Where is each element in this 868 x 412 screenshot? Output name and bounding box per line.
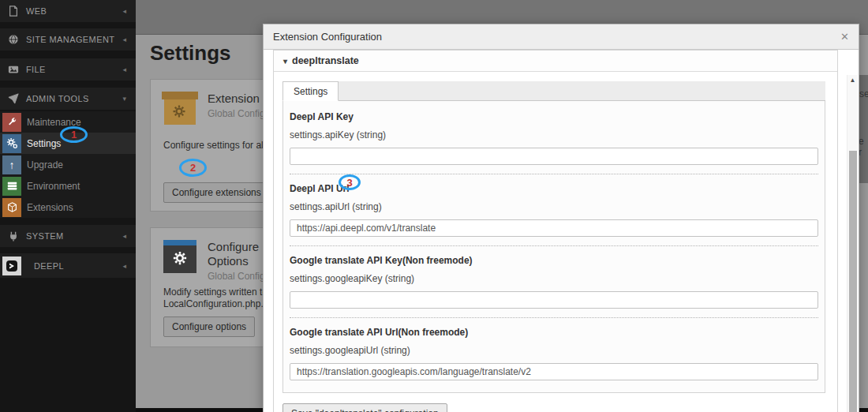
- sidebar-item-label: SITE MANAGEMENT: [26, 35, 114, 44]
- sidebar-item-label: FILE: [26, 65, 46, 74]
- divider: [290, 317, 818, 318]
- field-label: Google translate API Url(Non freemode): [290, 327, 818, 338]
- tab-settings[interactable]: Settings: [282, 81, 339, 101]
- chevron-left-icon[interactable]: ◂: [122, 66, 126, 73]
- server-icon: [2, 177, 21, 196]
- caret-down-icon: ▾: [283, 57, 287, 66]
- extension-configuration-modal: Extension Configuration ✕ ▾deepltranslat…: [263, 24, 859, 412]
- plug-icon: [8, 230, 19, 242]
- sidebar-item-label: ADMIN TOOLS: [26, 94, 89, 103]
- chevron-down-icon[interactable]: ▾: [122, 95, 126, 103]
- field-key: settings.googleapiKey (string): [290, 273, 818, 284]
- close-icon[interactable]: ✕: [840, 31, 849, 43]
- accordion-header[interactable]: ▾deepltranslate: [274, 51, 837, 72]
- sidebar-item-label: SYSTEM: [26, 231, 64, 241]
- annotation-number: 2: [190, 162, 196, 174]
- annotation-circle-2: 2: [179, 159, 207, 177]
- field-key: settings.apiKey (string): [290, 129, 818, 140]
- sidebar-item-label: Extensions: [27, 202, 73, 213]
- save-configuration-button[interactable]: Save "deepltranslate" configuration: [282, 403, 447, 412]
- sidebar-item-file[interactable]: FILE ◂: [0, 58, 136, 81]
- cube-icon: [2, 198, 21, 217]
- annotation-number: 3: [346, 177, 352, 189]
- annotation-circle-1: 1: [60, 126, 88, 143]
- sidebar-item-label: Upgrade: [27, 159, 63, 170]
- deepltranslate-accordion: ▾deepltranslate Settings Deepl API Key s…: [273, 50, 838, 412]
- sidebar-item-system[interactable]: SYSTEM ◂: [0, 225, 136, 247]
- modal-header: Extension Configuration ✕: [264, 24, 859, 50]
- sidebar-item-admin-tools[interactable]: ADMIN TOOLS ▾: [0, 88, 136, 110]
- scroll-up-icon[interactable]: ▲: [847, 75, 858, 84]
- divider: [290, 245, 818, 246]
- sidebar-item-web[interactable]: WEB ◂: [0, 0, 136, 22]
- wrench-icon: [2, 113, 21, 132]
- gear-icon: [163, 240, 196, 273]
- sidebar-item-extensions[interactable]: Extensions: [0, 197, 136, 218]
- package-icon: [163, 95, 196, 125]
- field-label: Deepl API Key: [290, 111, 818, 122]
- background-text-fragment: e r: [859, 136, 868, 158]
- field-label: Google translate API Key(Non freemode): [290, 255, 818, 266]
- deepl-api-key-input[interactable]: [290, 148, 818, 165]
- deepl-logo-icon: [2, 257, 21, 275]
- google-api-url-input[interactable]: [290, 363, 818, 380]
- image-icon: [8, 64, 19, 75]
- sidebar-item-label: Environment: [27, 181, 80, 192]
- google-api-key-input[interactable]: [290, 291, 818, 309]
- globe-icon: [8, 34, 19, 45]
- chevron-left-icon[interactable]: ◂: [122, 232, 126, 240]
- background-text-fragment: se: [859, 88, 868, 99]
- field-key: settings.apiUrl (string): [290, 201, 818, 212]
- configure-options-button[interactable]: Configure options: [163, 316, 255, 337]
- annotation-circle-3: 3: [339, 174, 361, 190]
- modal-scrollbar[interactable]: ▲: [847, 75, 858, 412]
- module-sidebar: WEB ◂ SITE MANAGEMENT ◂ FILE ◂ ADMIN TOO…: [0, 0, 136, 412]
- annotation-number: 1: [71, 129, 77, 140]
- configure-extensions-button[interactable]: Configure extensions: [163, 182, 270, 203]
- tab-bar: Settings: [282, 81, 825, 101]
- sidebar-item-environment[interactable]: Environment: [0, 175, 136, 197]
- chevron-left-icon[interactable]: ◂: [122, 262, 126, 270]
- page-title: Settings: [150, 41, 231, 66]
- gears-icon: [2, 134, 21, 153]
- modal-title: Extension Configuration: [273, 31, 382, 43]
- field-key: settings.googleapiUrl (string): [290, 345, 818, 356]
- sidebar-item-deepl[interactable]: DEEPL ◂: [0, 253, 136, 278]
- divider: [290, 174, 818, 174]
- sidebar-item-upgrade[interactable]: ↑ Upgrade: [0, 154, 136, 175]
- chevron-left-icon[interactable]: ◂: [122, 36, 126, 43]
- deepl-api-url-input[interactable]: [290, 219, 818, 237]
- sidebar-item-label: Settings: [27, 138, 61, 149]
- scrollbar-thumb[interactable]: [849, 151, 857, 412]
- sidebar-item-label: DEEPL: [34, 261, 64, 271]
- settings-form: Deepl API Key settings.apiKey (string) D…: [282, 101, 825, 393]
- field-label: Deepl API Url: [290, 183, 818, 194]
- send-icon: [8, 93, 19, 104]
- up-arrow-icon: ↑: [2, 155, 21, 174]
- accordion-label: deepltranslate: [292, 55, 359, 66]
- modal-body: ▾deepltranslate Settings Deepl API Key s…: [264, 50, 859, 412]
- chevron-left-icon[interactable]: ◂: [122, 7, 126, 15]
- document-icon: [8, 6, 19, 17]
- sidebar-item-label: WEB: [26, 6, 47, 16]
- sidebar-item-site-management[interactable]: SITE MANAGEMENT ◂: [0, 28, 136, 51]
